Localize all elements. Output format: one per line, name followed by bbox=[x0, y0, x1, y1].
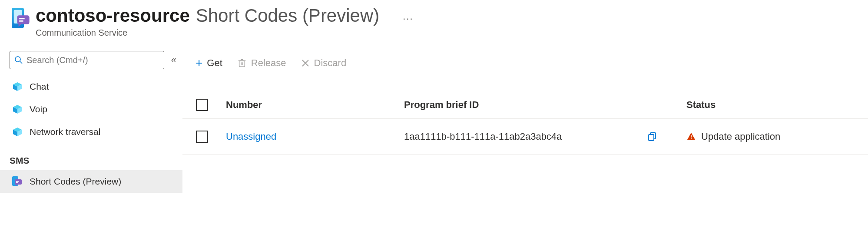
shortcodes-icon bbox=[12, 176, 23, 187]
service-type: Communication Service bbox=[36, 28, 414, 38]
get-label: Get bbox=[207, 57, 222, 69]
sidebar-item-label: Voip bbox=[30, 104, 47, 114]
cube-icon bbox=[12, 81, 23, 92]
cube-icon bbox=[12, 127, 23, 137]
program-brief-id-value: 1aa1111b-b111-111a-11ab2a3abc4a bbox=[404, 131, 647, 142]
search-icon bbox=[14, 56, 23, 64]
svg-rect-4 bbox=[19, 18, 25, 19]
main-content: + Get Release bbox=[182, 38, 868, 242]
svg-rect-5 bbox=[19, 20, 23, 22]
table-header-row: Number Program brief ID Status bbox=[182, 91, 868, 119]
cube-icon bbox=[12, 104, 23, 114]
sidebar-item-label: Short Codes (Preview) bbox=[30, 176, 121, 187]
svg-rect-20 bbox=[16, 181, 19, 182]
svg-rect-23 bbox=[239, 61, 245, 67]
sidebar-item-network-traversal[interactable]: Network traversal bbox=[0, 121, 182, 143]
row-checkbox[interactable] bbox=[196, 131, 208, 143]
number-link[interactable]: Unassigned bbox=[226, 131, 276, 142]
sidebar-section-sms: SMS bbox=[0, 155, 182, 166]
table-row: Unassigned 1aa1111b-b111-111a-11ab2a3abc… bbox=[182, 119, 868, 155]
resource-name: contoso-resource bbox=[36, 5, 190, 26]
copy-icon[interactable] bbox=[647, 131, 658, 142]
status-text: Update application bbox=[701, 131, 780, 142]
svg-point-7 bbox=[15, 57, 20, 62]
short-codes-table: Number Program brief ID Status Unassigne… bbox=[182, 91, 868, 155]
svg-rect-19 bbox=[15, 179, 22, 185]
warning-icon bbox=[686, 132, 696, 141]
sidebar: « Chat Voip bbox=[0, 38, 182, 242]
search-field[interactable] bbox=[27, 55, 164, 65]
svg-rect-33 bbox=[691, 135, 692, 138]
sidebar-item-label: Chat bbox=[30, 81, 49, 92]
col-header-program-brief-id[interactable]: Program brief ID bbox=[404, 99, 647, 111]
toolbar: + Get Release bbox=[182, 51, 868, 75]
page-title: Short Codes (Preview) bbox=[196, 5, 379, 26]
plus-icon: + bbox=[195, 57, 202, 69]
collapse-sidebar-button[interactable]: « bbox=[169, 52, 179, 68]
get-button[interactable]: + Get bbox=[195, 57, 222, 69]
sidebar-item-label: Network traversal bbox=[30, 127, 100, 137]
release-button: Release bbox=[237, 57, 286, 69]
x-icon bbox=[301, 59, 310, 67]
sidebar-item-short-codes[interactable]: Short Codes (Preview) bbox=[0, 170, 182, 193]
trash-icon bbox=[237, 58, 247, 68]
svg-rect-34 bbox=[691, 138, 692, 139]
discard-button: Discard bbox=[301, 57, 347, 69]
svg-line-8 bbox=[20, 61, 22, 64]
col-header-status[interactable]: Status bbox=[686, 99, 868, 111]
svg-rect-21 bbox=[16, 182, 18, 183]
sidebar-item-voip[interactable]: Voip bbox=[0, 98, 182, 121]
page-header: contoso-resource Short Codes (Preview) ·… bbox=[0, 0, 868, 38]
more-button[interactable]: ··· bbox=[403, 5, 413, 24]
discard-label: Discard bbox=[314, 57, 347, 69]
release-label: Release bbox=[251, 57, 286, 69]
resource-icon bbox=[10, 5, 36, 30]
col-header-number[interactable]: Number bbox=[222, 99, 404, 111]
select-all-checkbox[interactable] bbox=[196, 99, 208, 111]
svg-rect-31 bbox=[649, 134, 654, 141]
sidebar-item-chat[interactable]: Chat bbox=[0, 75, 182, 98]
svg-rect-3 bbox=[17, 15, 30, 24]
search-input[interactable] bbox=[10, 51, 164, 69]
